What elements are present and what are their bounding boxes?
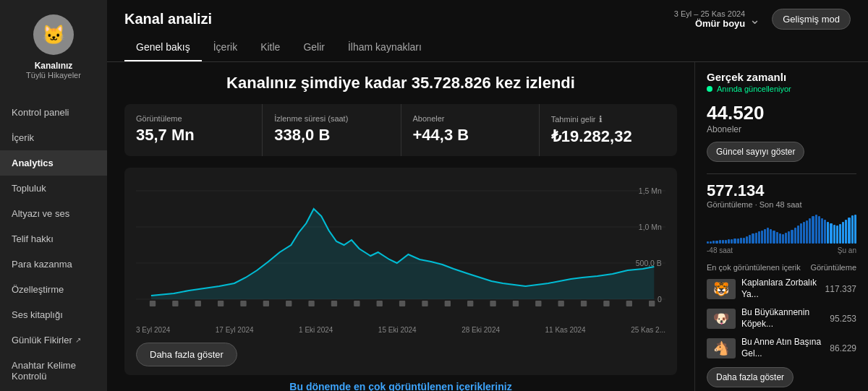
sidebar-item-analytics[interactable]: Analytics (0, 150, 107, 176)
date-range[interactable]: 3 Eyl – 25 Kas 2024 Ömür boyu ⌄ (674, 9, 760, 29)
svg-rect-28 (581, 301, 587, 306)
sidebar-item-content[interactable]: İçerik (0, 125, 107, 150)
sidebar-item-keywords[interactable]: Anahtar Kelime Kontrolü (0, 353, 107, 389)
mini-bar (731, 239, 733, 244)
content-item-1[interactable]: 🐶 Bu Büyükannenin Köpek... 95.253 (707, 307, 856, 330)
mini-bar (830, 223, 832, 244)
chart-x-labels: 3 Eyl 2024 17 Eyl 2024 1 Eki 2024 15 Eki… (136, 323, 665, 334)
sidebar-item-dashboard[interactable]: Kontrol paneli (0, 100, 107, 125)
mini-bar (733, 239, 736, 244)
tab-audience[interactable]: Kitle (249, 34, 292, 61)
sidebar-item-monetize[interactable]: Para kazanma (0, 252, 107, 277)
sidebar-item-subtitles[interactable]: Altyazı ve ses (0, 201, 107, 226)
svg-rect-26 (535, 301, 541, 306)
mini-bar (821, 218, 823, 244)
mini-bar (812, 216, 814, 244)
sidebar-item-label: Altyazı ve ses (12, 208, 69, 219)
svg-text:500,0 B: 500,0 B (636, 259, 662, 267)
mini-bar (722, 240, 724, 244)
mini-bar (782, 234, 784, 244)
live-indicator (707, 86, 712, 92)
x-label-0: 3 Eyl 2024 (136, 326, 170, 334)
tab-inspiration[interactable]: İlham kaynakları (336, 34, 433, 61)
x-label-1: 17 Eyl 2024 (216, 326, 254, 334)
sidebar-item-label: Para kazanma (12, 259, 72, 270)
content-thumb-1: 🐶 (707, 309, 736, 329)
mini-bar (815, 215, 817, 244)
realtime-views-label: Görüntüleme · Son 48 saat (707, 200, 856, 209)
svg-rect-22 (445, 301, 451, 306)
mini-bar (770, 229, 772, 244)
svg-rect-31 (649, 301, 655, 306)
mini-bar-chart (707, 215, 856, 244)
content-item-0[interactable]: 🐯 Kaplanlara Zorbalık Ya... 117.337 (707, 278, 856, 300)
mini-bar (740, 238, 742, 244)
stat-label-revenue: Tahmini gelir ℹ (551, 114, 665, 124)
tab-revenue[interactable]: Gelir (292, 34, 336, 61)
content-views-2: 86.229 (830, 343, 856, 353)
advanced-mode-button[interactable]: Gelişmiş mod (772, 9, 851, 30)
most-viewed-label: En çok görüntülenen içerik (707, 263, 801, 272)
external-link-icon: ↗ (75, 336, 81, 344)
sidebar-item-copyright[interactable]: Telif hakkı (0, 226, 107, 252)
svg-rect-11 (195, 301, 201, 306)
mini-bar (719, 240, 721, 244)
content-title-1: Bu Büyükannenin Köpek... (741, 307, 824, 330)
sidebar-item-community[interactable]: Topluluk (0, 176, 107, 201)
mini-bar (806, 220, 808, 244)
stat-label-watchtime: İzlenme süresi (saat) (274, 114, 388, 123)
content-views-1: 95.253 (830, 314, 856, 324)
content-item-2[interactable]: 🐴 Bu Anne Atın Başına Gel... 86.229 (707, 337, 856, 359)
stat-value-subs: +44,3 B (413, 126, 527, 145)
mini-bar (725, 240, 727, 244)
content-area: Kanalınız şimdiye kadar 35.728.826 kez i… (107, 62, 868, 391)
mini-bar (755, 233, 757, 244)
mini-chart-labels: -48 saat Şu an (707, 246, 856, 254)
avatar: 🐱 (33, 14, 74, 55)
mini-bar (712, 241, 715, 244)
mini-bar (758, 231, 760, 244)
tab-overview[interactable]: Genel bakış (124, 34, 202, 61)
svg-rect-15 (286, 301, 292, 306)
svg-rect-29 (603, 301, 609, 306)
stat-value-revenue: ₺19.282,32 (551, 127, 665, 146)
mini-bar (776, 232, 778, 244)
subscriber-count: 44.520 (707, 102, 856, 124)
most-viewed-header: En çok görüntülenen içerik Görüntüleme (707, 263, 856, 272)
show-more-button[interactable]: Daha fazla göster (136, 343, 237, 366)
mini-bar (839, 224, 841, 244)
realtime-title: Gerçek zamanlı (707, 71, 856, 83)
tab-content[interactable]: İçerik (202, 34, 249, 61)
mini-bar (797, 225, 799, 244)
svg-rect-13 (240, 301, 246, 306)
mini-bar (851, 215, 854, 244)
mini-bar (710, 241, 712, 244)
mini-bar (764, 229, 766, 244)
svg-rect-17 (331, 301, 337, 306)
mini-bar (791, 230, 793, 244)
mini-bar (842, 222, 844, 244)
realtime-status-text: Anında güncelleniyor (717, 85, 791, 93)
mini-bar (833, 225, 835, 244)
content-title-0: Kaplanlara Zorbalık Ya... (741, 278, 820, 300)
bottom-link[interactable]: Bu dönemde en çok görüntülenen içerikler… (124, 375, 677, 391)
profile-section: 🐱 Kanalınız Tüylü Hikayeler (0, 9, 107, 91)
sidebar-item-ideas[interactable]: Günlük Fikirler ↗ (0, 327, 107, 353)
svg-rect-10 (172, 301, 178, 306)
top-bar: Kanal analizi 3 Eyl – 25 Kas 2024 Ömür b… (107, 0, 868, 30)
sidebar-item-label: Özelleştirme (12, 284, 64, 295)
mini-bar (773, 231, 775, 244)
svg-marker-8 (151, 209, 654, 299)
mini-bar (848, 218, 850, 244)
right-panel: Gerçek zamanlı Anında güncelleniyor 44.5… (694, 62, 868, 391)
mini-bar (785, 233, 787, 244)
page-title: Kanal analizi (124, 11, 212, 27)
realtime-more-button[interactable]: Daha fazla göster (707, 367, 793, 387)
sidebar-item-customize[interactable]: Özelleştirme (0, 277, 107, 302)
show-count-button[interactable]: Güncel sayıyı göster (707, 142, 804, 162)
divider (707, 173, 856, 174)
sidebar-item-audiobook[interactable]: Ses kitaplığı (0, 302, 107, 327)
x-label-3: 15 Eki 2024 (378, 326, 417, 334)
views-headline: Kanalınız şimdiye kadar 35.728.826 kez i… (124, 74, 677, 93)
content-thumb-0: 🐯 (707, 279, 736, 299)
